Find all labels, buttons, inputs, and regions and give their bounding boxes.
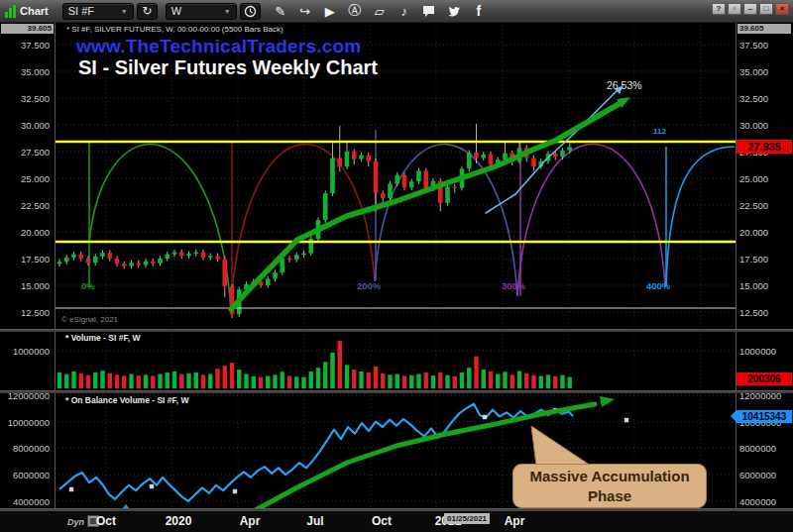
session-high-right: 39.605	[737, 24, 791, 34]
chevron-down-icon: ▼	[115, 8, 128, 15]
refresh-button[interactable]: ↻	[137, 3, 158, 20]
drawing-tools: ✎ ↪ ▶ Ⓐ ▱ ♪ f	[267, 2, 490, 21]
session-high-left: 39.605	[1, 24, 54, 34]
cycle-percent-label: 0%	[81, 280, 95, 291]
price-tick-label: 22.500	[2, 200, 50, 211]
accumulation-callout[interactable]: Massive Accumulation Phase	[512, 464, 707, 508]
facebook-icon[interactable]: f	[468, 2, 490, 21]
twitter-icon[interactable]	[443, 2, 465, 21]
callout-pointer	[531, 426, 591, 466]
obv-tick-label: 10000000	[2, 417, 50, 428]
site-watermark: www.TheTechnicalTraders.com	[76, 36, 361, 57]
chart-window-label: Chart	[20, 5, 49, 17]
volume-tick-label: 1000000	[2, 346, 50, 357]
time-axis-label: 2020	[166, 514, 192, 528]
help-button[interactable]: ?	[712, 3, 726, 15]
obv-tick-label: 4000000	[2, 496, 50, 507]
panel-separator[interactable]	[0, 329, 793, 332]
obv-tick-label: 6000000	[2, 470, 50, 480]
chart-title: SI - Silver Futures Weekly Chart	[78, 56, 378, 79]
last-volume-tag: 200306	[736, 372, 792, 385]
callout-line2: Phase	[513, 486, 706, 506]
minimize-button[interactable]: –	[743, 3, 757, 15]
price-tick-label: 25.000	[2, 173, 50, 184]
clock-icon	[244, 5, 257, 18]
cycle-percent-label: 112	[653, 127, 666, 136]
time-axis[interactable]: Dyn ▦ 01/25/2021 Oct2020AprJulOct2021Apr	[0, 510, 793, 532]
price-tick-label: 37.500	[739, 40, 768, 51]
symbol-value: SI #F	[68, 5, 94, 17]
auto-text-icon[interactable]: Ⓐ	[344, 2, 366, 21]
cycle-arcs-layer	[89, 130, 735, 308]
cursor-date-box: 01/25/2021	[444, 513, 490, 524]
copyright-watermark: © eSignal, 2021	[61, 315, 118, 324]
price-tick-label: 20.000	[739, 227, 768, 238]
time-template-button[interactable]	[240, 3, 261, 20]
price-tick-label: 20.000	[2, 227, 50, 238]
time-axis-label: Apr	[240, 514, 261, 528]
price-tick-label: 25.000	[739, 173, 768, 184]
price-tick-label: 17.500	[2, 254, 50, 265]
refresh-icon: ↻	[142, 4, 152, 18]
price-tick-label: 15.000	[739, 280, 768, 291]
cycle-percent-label: 400%	[646, 280, 670, 291]
projection-percent-label: 26.53%	[607, 79, 642, 91]
pencil-icon[interactable]: ✎	[270, 2, 291, 21]
panel-separator[interactable]	[0, 390, 793, 393]
time-axis-label: Oct	[372, 514, 392, 528]
toolbar: Chart SI #F ▼ ↻ W ▼ ✎ ↪ ▶ Ⓐ ▱ ♪ f	[0, 0, 793, 23]
price-tick-label: 37.500	[2, 40, 50, 51]
obv-tick-label: 4000000	[739, 496, 776, 507]
time-axis-label: Jul	[306, 514, 323, 528]
notes-icon[interactable]: ♪	[394, 2, 415, 21]
candles-layer	[57, 124, 572, 318]
instrument-line: * SI #F, SILVER FUTURES, W, 00:00-00:00 …	[66, 25, 283, 34]
cycle-percent-label: 300%	[502, 280, 525, 291]
price-tick-label: 30.000	[739, 120, 768, 131]
price-tick-label: 12.500	[2, 307, 50, 318]
price-tick-label: 15.000	[2, 280, 50, 291]
play-icon[interactable]: ▶	[319, 2, 341, 21]
chart-canvas[interactable]	[0, 0, 793, 532]
volume-panel-label: * Volume - SI #F, W	[65, 333, 140, 343]
grid-layer	[55, 26, 736, 507]
symbol-combobox[interactable]: SI #F ▼	[62, 3, 134, 20]
esignal-chart-window: Chart SI #F ▼ ↻ W ▼ ✎ ↪ ▶ Ⓐ ▱ ♪ f	[0, 0, 793, 532]
chevron-down-icon: ▼	[218, 8, 231, 15]
price-tick-label: 30.000	[2, 120, 50, 131]
dyn-scale-button[interactable]: Dyn	[67, 517, 84, 527]
left-axis-border	[55, 23, 56, 510]
last-price-tag: 27.935	[736, 140, 792, 154]
levels-layer	[55, 142, 736, 308]
obv-tick-label: 8000000	[2, 443, 50, 454]
close-button[interactable]: ×	[775, 3, 789, 15]
volume-tick-label: 1000000	[739, 346, 776, 357]
obv-tick-label: 6000000	[739, 470, 776, 480]
obv-panel-label: * On Balance Volume - SI #F, W	[65, 395, 189, 405]
price-tick-label: 35.000	[739, 66, 768, 77]
eraser-icon[interactable]: ▱	[369, 2, 391, 21]
callout-line1: Massive Accumulation	[513, 467, 706, 486]
maximize-button[interactable]: □	[759, 3, 773, 15]
time-axis-label: Apr	[505, 514, 525, 528]
interval-combobox[interactable]: W ▼	[166, 3, 237, 20]
price-tick-label: 12.500	[739, 307, 768, 318]
price-tick-label: 22.500	[739, 200, 768, 211]
price-tick-label: 32.500	[739, 93, 768, 104]
price-tick-label: 35.000	[2, 66, 50, 77]
window-controls: ? ▫ – □ ×	[712, 3, 789, 15]
cycle-percent-label: 200%	[357, 280, 381, 291]
price-tick-label: 32.500	[2, 93, 50, 104]
price-tick-label: 27.500	[2, 147, 50, 158]
interval-value: W	[171, 5, 181, 17]
restore-button[interactable]: ▫	[728, 3, 741, 15]
chart-signal-icon	[5, 5, 16, 18]
share-icon[interactable]: ↪	[294, 2, 316, 21]
chat-icon[interactable]	[418, 2, 440, 21]
obv-tick-label: 8000000	[739, 443, 776, 454]
last-obv-tag: 10415343	[736, 410, 792, 423]
price-tick-label: 17.500	[739, 254, 768, 265]
right-axis-border	[736, 23, 736, 510]
time-axis-label: Oct	[96, 514, 116, 528]
volume-bars-layer	[57, 341, 572, 388]
